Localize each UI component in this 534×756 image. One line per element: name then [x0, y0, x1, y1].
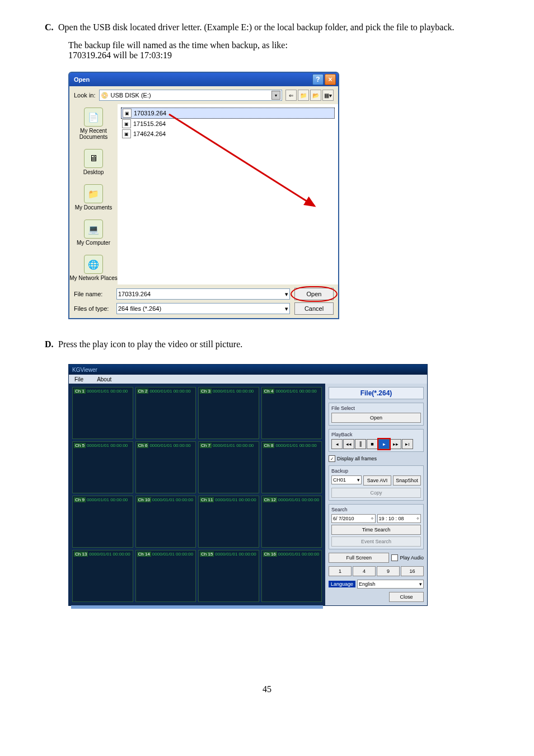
- place-network[interactable]: 🌐My Network Places: [69, 255, 118, 281]
- dialog-titlebar: Open ? ×: [69, 73, 338, 86]
- grid-cell[interactable]: Ch 10000/01/01 00:00:00: [72, 387, 133, 439]
- file-type-label: File(*.264): [329, 387, 424, 399]
- forward-end-button[interactable]: ▸ı: [402, 439, 413, 449]
- section-c-note-line2: 170319.264 will be 17:03:19: [68, 50, 489, 60]
- copy-button: Copy: [331, 488, 421, 498]
- section-c-text: Open the USB disk located driver letter.…: [58, 22, 455, 32]
- chevron-down-icon[interactable]: ▾: [271, 91, 280, 100]
- grid-cell[interactable]: Ch 20000/01/01 00:00:00: [135, 387, 196, 439]
- place-computer[interactable]: 💻My Computer: [77, 220, 110, 246]
- grid-cell[interactable]: Ch 160000/01/01 00:00:00: [261, 550, 322, 602]
- grid-cell[interactable]: Ch 130000/01/01 00:00:00: [72, 550, 133, 602]
- cancel-button[interactable]: Cancel: [294, 302, 334, 315]
- grid-cell[interactable]: Ch 110000/01/01 00:00:00: [198, 496, 259, 548]
- lookin-label: Look in:: [74, 92, 96, 99]
- section-d-text: Press the play icon to play the video or…: [58, 339, 242, 349]
- up-icon[interactable]: 📁: [298, 90, 309, 101]
- layout-4[interactable]: 4: [353, 566, 376, 576]
- file-item[interactable]: ▣170319.264: [121, 108, 335, 119]
- grid-cell[interactable]: Ch 50000/01/01 00:00:00: [72, 441, 133, 493]
- backup-title: Backup: [331, 468, 421, 474]
- page-number: 45: [45, 684, 489, 694]
- lookin-combo[interactable]: 📀 USB DISK (E:) ▾: [99, 90, 282, 101]
- play-audio-check[interactable]: Play Audio: [391, 554, 424, 561]
- app-body: Ch 10000/01/01 00:00:00 Ch 20000/01/01 0…: [69, 384, 427, 605]
- display-all-check[interactable]: ✓Display all frames: [329, 455, 424, 462]
- open-button[interactable]: Open: [294, 288, 334, 300]
- app-titlebar: KGViewer: [69, 365, 427, 375]
- channel-select[interactable]: CH01▾: [331, 475, 362, 484]
- lookin-value: USB DISK (E:): [111, 92, 271, 99]
- grid-cell[interactable]: Ch 40000/01/01 00:00:00: [261, 387, 322, 439]
- file-area[interactable]: ▣170319.264 ▣171515.264 ▣174624.264: [118, 104, 338, 284]
- language-label: Language: [329, 581, 355, 587]
- grid-cell[interactable]: Ch 150000/01/01 00:00:00: [198, 550, 259, 602]
- file-item[interactable]: ▣174624.264: [121, 129, 335, 139]
- grid-cell[interactable]: Ch 80000/01/01 00:00:00: [261, 441, 322, 493]
- back-icon[interactable]: ⇐: [285, 90, 297, 101]
- places-bar: 📄My Recent Documents 🖥Desktop 📁My Docume…: [69, 104, 118, 284]
- section-c-note: The backup file will named as the time w…: [68, 40, 489, 60]
- window-buttons: ? ×: [312, 74, 336, 85]
- menu-file[interactable]: File: [74, 376, 83, 382]
- playback-controls: ◂ ◂◂ ǁ ■ ▸ ▸▸ ▸ı: [331, 439, 421, 449]
- layout-buttons: 1 4 9 16: [329, 566, 424, 576]
- place-documents[interactable]: 📁My Documents: [75, 184, 113, 211]
- grid-cell[interactable]: Ch 90000/01/01 00:00:00: [72, 496, 133, 548]
- place-recent[interactable]: 📄My Recent Documents: [69, 108, 118, 140]
- fullscreen-button[interactable]: Full Screen: [329, 553, 389, 563]
- section-d: D. Press the play icon to play the video…: [45, 339, 489, 349]
- search-title: Search: [331, 507, 421, 512]
- layout-9[interactable]: 9: [377, 566, 400, 576]
- rewind-start-button[interactable]: ◂: [331, 439, 343, 449]
- file-select-panel: File Select Open: [329, 403, 424, 426]
- file-select-title: File Select: [331, 405, 421, 411]
- close-button[interactable]: ×: [325, 74, 336, 85]
- section-c-marker: C.: [45, 22, 58, 32]
- play-button[interactable]: ▸: [378, 439, 390, 449]
- grid-cell[interactable]: Ch 60000/01/01 00:00:00: [135, 441, 196, 493]
- filename-input[interactable]: 170319.264▾: [116, 288, 290, 300]
- playback-title: PlayBack: [331, 432, 421, 437]
- time-search-button[interactable]: Time Search: [331, 525, 421, 535]
- grid-cell[interactable]: Ch 120000/01/01 00:00:00: [261, 496, 322, 548]
- grid-cell[interactable]: Ch 140000/01/01 00:00:00: [135, 550, 196, 602]
- filetype-select[interactable]: 264 files (*.264)▾: [116, 303, 290, 314]
- dialog-body: 📄My Recent Documents 🖥Desktop 📁My Docume…: [69, 104, 338, 284]
- grid-cell[interactable]: Ch 70000/01/01 00:00:00: [198, 441, 259, 493]
- date-input[interactable]: 6/ 7/2010÷: [331, 514, 376, 523]
- layout-1[interactable]: 1: [329, 566, 352, 576]
- app-menubar: File About: [69, 375, 427, 384]
- help-button[interactable]: ?: [312, 74, 324, 85]
- close-app-button[interactable]: Close: [389, 592, 424, 602]
- layout-16[interactable]: 16: [401, 566, 424, 576]
- chevron-down-icon[interactable]: ▾: [285, 305, 288, 312]
- player-app: KGViewer File About Ch 10000/01/01 00:00…: [68, 364, 428, 606]
- language-select[interactable]: English▾: [357, 580, 424, 589]
- chevron-down-icon[interactable]: ▾: [285, 291, 288, 298]
- search-panel: Search 6/ 7/2010÷ 19 : 10 : 08÷ Time Sea…: [329, 504, 424, 549]
- forward-button[interactable]: ▸▸: [390, 439, 401, 449]
- open-dialog: Open ? × Look in: 📀 USB DISK (E:) ▾ ⇐ 📁 …: [68, 72, 339, 319]
- views-icon[interactable]: ▦▾: [322, 90, 334, 101]
- channel-grid: Ch 10000/01/01 00:00:00 Ch 20000/01/01 0…: [69, 384, 325, 605]
- rewind-button[interactable]: ◂◂: [343, 439, 354, 449]
- grid-cell[interactable]: Ch 30000/01/01 00:00:00: [198, 387, 259, 439]
- place-desktop[interactable]: 🖥Desktop: [83, 149, 104, 175]
- stop-button[interactable]: ■: [367, 439, 378, 449]
- snapshot-button[interactable]: SnapShot: [393, 475, 421, 486]
- playback-panel: PlayBack ◂ ◂◂ ǁ ■ ▸ ▸▸ ▸ı: [329, 429, 424, 452]
- event-search-button: Event Search: [331, 536, 421, 547]
- filename-label: File name:: [74, 291, 112, 297]
- newfolder-icon[interactable]: 📂: [310, 90, 321, 101]
- open-file-button[interactable]: Open: [331, 413, 421, 423]
- nav-icons: ⇐ 📁 📂 ▦▾: [285, 90, 334, 101]
- pause-button[interactable]: ǁ: [355, 439, 366, 449]
- time-input[interactable]: 19 : 10 : 08÷: [377, 514, 421, 523]
- menu-about[interactable]: About: [97, 376, 111, 382]
- file-item[interactable]: ▣171515.264: [121, 119, 335, 129]
- filetype-label: Files of type:: [74, 305, 112, 312]
- section-c: C. Open the USB disk located driver lett…: [45, 22, 489, 32]
- grid-cell[interactable]: Ch 100000/01/01 00:00:00: [135, 496, 196, 548]
- save-avi-button[interactable]: Save AVI: [363, 475, 391, 486]
